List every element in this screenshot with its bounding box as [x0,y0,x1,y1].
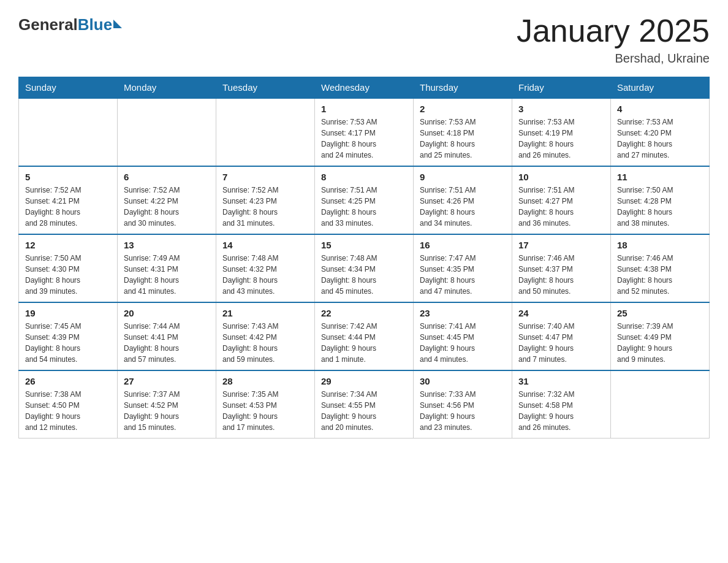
day-cell: 28Sunrise: 7:35 AM Sunset: 4:53 PM Dayli… [216,370,315,439]
day-number: 18 [617,240,703,250]
day-info: Sunrise: 7:49 AM Sunset: 4:31 PM Dayligh… [124,253,210,297]
header-cell-sunday: Sunday [19,77,118,99]
day-cell [118,98,216,166]
logo: General Blue [18,12,122,34]
day-cell: 23Sunrise: 7:41 AM Sunset: 4:45 PM Dayli… [414,302,512,370]
day-cell: 6Sunrise: 7:52 AM Sunset: 4:22 PM Daylig… [118,166,216,234]
header-cell-saturday: Saturday [611,77,710,99]
day-number: 27 [124,376,210,386]
calendar-body: 1Sunrise: 7:53 AM Sunset: 4:17 PM Daylig… [19,98,710,439]
logo-blue-text: Blue [78,15,112,34]
day-info: Sunrise: 7:53 AM Sunset: 4:18 PM Dayligh… [420,117,506,161]
day-number: 19 [25,308,111,318]
day-info: Sunrise: 7:35 AM Sunset: 4:53 PM Dayligh… [222,389,308,433]
day-number: 1 [321,104,407,114]
day-info: Sunrise: 7:40 AM Sunset: 4:47 PM Dayligh… [518,321,604,365]
day-cell: 13Sunrise: 7:49 AM Sunset: 4:31 PM Dayli… [118,234,216,302]
header-cell-friday: Friday [512,77,611,99]
day-cell: 4Sunrise: 7:53 AM Sunset: 4:20 PM Daylig… [611,98,710,166]
day-cell: 21Sunrise: 7:43 AM Sunset: 4:42 PM Dayli… [216,302,315,370]
day-number: 11 [617,172,703,182]
header-cell-monday: Monday [118,77,216,99]
day-number: 29 [321,376,407,386]
day-cell: 15Sunrise: 7:48 AM Sunset: 4:34 PM Dayli… [315,234,414,302]
day-number: 3 [518,104,604,114]
day-info: Sunrise: 7:50 AM Sunset: 4:28 PM Dayligh… [617,185,703,229]
day-number: 17 [518,240,604,250]
day-cell: 16Sunrise: 7:47 AM Sunset: 4:35 PM Dayli… [414,234,512,302]
day-cell: 12Sunrise: 7:50 AM Sunset: 4:30 PM Dayli… [19,234,118,302]
day-cell: 3Sunrise: 7:53 AM Sunset: 4:19 PM Daylig… [512,98,611,166]
page-header: General Blue January 2025 Bershad, Ukrai… [18,12,710,66]
calendar-title: January 2025 [517,12,710,49]
day-info: Sunrise: 7:41 AM Sunset: 4:45 PM Dayligh… [420,321,506,365]
day-info: Sunrise: 7:39 AM Sunset: 4:49 PM Dayligh… [617,321,703,365]
day-number: 22 [321,308,407,318]
day-info: Sunrise: 7:43 AM Sunset: 4:42 PM Dayligh… [222,321,308,365]
day-cell: 30Sunrise: 7:33 AM Sunset: 4:56 PM Dayli… [414,370,512,439]
day-cell: 8Sunrise: 7:51 AM Sunset: 4:25 PM Daylig… [315,166,414,234]
day-cell: 10Sunrise: 7:51 AM Sunset: 4:27 PM Dayli… [512,166,611,234]
day-number: 10 [518,172,604,182]
week-row-3: 12Sunrise: 7:50 AM Sunset: 4:30 PM Dayli… [19,234,710,302]
day-cell: 17Sunrise: 7:46 AM Sunset: 4:37 PM Dayli… [512,234,611,302]
day-info: Sunrise: 7:48 AM Sunset: 4:32 PM Dayligh… [222,253,308,297]
day-cell: 18Sunrise: 7:46 AM Sunset: 4:38 PM Dayli… [611,234,710,302]
calendar-subtitle: Bershad, Ukraine [517,52,710,66]
logo-general-text: General [18,15,78,34]
header-cell-wednesday: Wednesday [315,77,414,99]
day-info: Sunrise: 7:48 AM Sunset: 4:34 PM Dayligh… [321,253,407,297]
day-cell: 31Sunrise: 7:32 AM Sunset: 4:58 PM Dayli… [512,370,611,439]
day-number: 7 [222,172,308,182]
day-number: 8 [321,172,407,182]
day-cell: 22Sunrise: 7:42 AM Sunset: 4:44 PM Dayli… [315,302,414,370]
day-info: Sunrise: 7:45 AM Sunset: 4:39 PM Dayligh… [25,321,111,365]
day-cell: 1Sunrise: 7:53 AM Sunset: 4:17 PM Daylig… [315,98,414,166]
logo-triangle-icon [113,20,122,28]
day-cell: 14Sunrise: 7:48 AM Sunset: 4:32 PM Dayli… [216,234,315,302]
day-cell: 9Sunrise: 7:51 AM Sunset: 4:26 PM Daylig… [414,166,512,234]
header-cell-thursday: Thursday [414,77,512,99]
day-info: Sunrise: 7:32 AM Sunset: 4:58 PM Dayligh… [518,389,604,433]
day-info: Sunrise: 7:47 AM Sunset: 4:35 PM Dayligh… [420,253,506,297]
day-number: 23 [420,308,506,318]
day-info: Sunrise: 7:53 AM Sunset: 4:17 PM Dayligh… [321,117,407,161]
day-info: Sunrise: 7:37 AM Sunset: 4:52 PM Dayligh… [124,389,210,433]
day-info: Sunrise: 7:53 AM Sunset: 4:20 PM Dayligh… [617,117,703,161]
day-cell: 11Sunrise: 7:50 AM Sunset: 4:28 PM Dayli… [611,166,710,234]
day-info: Sunrise: 7:52 AM Sunset: 4:22 PM Dayligh… [124,185,210,229]
day-number: 14 [222,240,308,250]
day-info: Sunrise: 7:33 AM Sunset: 4:56 PM Dayligh… [420,389,506,433]
day-info: Sunrise: 7:46 AM Sunset: 4:38 PM Dayligh… [617,253,703,297]
day-cell: 29Sunrise: 7:34 AM Sunset: 4:55 PM Dayli… [315,370,414,439]
title-section: January 2025 Bershad, Ukraine [517,12,710,66]
day-cell: 20Sunrise: 7:44 AM Sunset: 4:41 PM Dayli… [118,302,216,370]
day-cell: 25Sunrise: 7:39 AM Sunset: 4:49 PM Dayli… [611,302,710,370]
day-info: Sunrise: 7:52 AM Sunset: 4:21 PM Dayligh… [25,185,111,229]
day-number: 26 [25,376,111,386]
day-cell: 26Sunrise: 7:38 AM Sunset: 4:50 PM Dayli… [19,370,118,439]
day-cell [611,370,710,439]
day-number: 31 [518,376,604,386]
day-cell: 7Sunrise: 7:52 AM Sunset: 4:23 PM Daylig… [216,166,315,234]
day-number: 25 [617,308,703,318]
day-info: Sunrise: 7:46 AM Sunset: 4:37 PM Dayligh… [518,253,604,297]
day-info: Sunrise: 7:51 AM Sunset: 4:25 PM Dayligh… [321,185,407,229]
calendar-table: SundayMondayTuesdayWednesdayThursdayFrid… [18,77,710,439]
day-number: 15 [321,240,407,250]
day-info: Sunrise: 7:52 AM Sunset: 4:23 PM Dayligh… [222,185,308,229]
day-number: 24 [518,308,604,318]
day-number: 13 [124,240,210,250]
week-row-1: 1Sunrise: 7:53 AM Sunset: 4:17 PM Daylig… [19,98,710,166]
day-info: Sunrise: 7:51 AM Sunset: 4:26 PM Dayligh… [420,185,506,229]
day-number: 30 [420,376,506,386]
week-row-4: 19Sunrise: 7:45 AM Sunset: 4:39 PM Dayli… [19,302,710,370]
day-info: Sunrise: 7:53 AM Sunset: 4:19 PM Dayligh… [518,117,604,161]
day-number: 9 [420,172,506,182]
day-number: 5 [25,172,111,182]
day-number: 28 [222,376,308,386]
calendar-header: SundayMondayTuesdayWednesdayThursdayFrid… [19,77,710,99]
day-number: 16 [420,240,506,250]
day-info: Sunrise: 7:44 AM Sunset: 4:41 PM Dayligh… [124,321,210,365]
day-cell: 24Sunrise: 7:40 AM Sunset: 4:47 PM Dayli… [512,302,611,370]
